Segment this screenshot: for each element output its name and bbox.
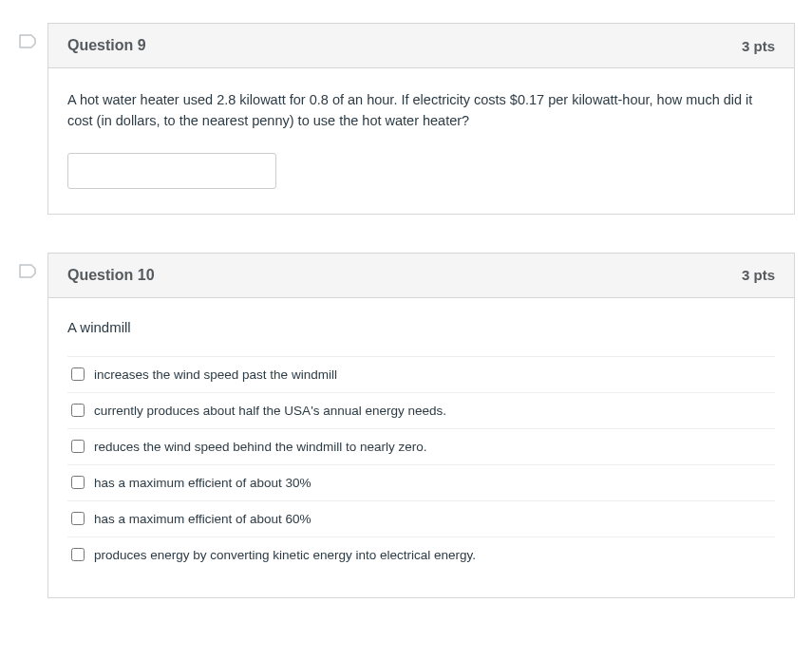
option-label: produces energy by converting kinetic en… <box>94 548 476 562</box>
option-label: currently produces about half the USA's … <box>94 404 446 418</box>
question-body: A hot water heater used 2.8 kilowatt for… <box>48 68 794 214</box>
option-row[interactable]: produces energy by converting kinetic en… <box>67 537 775 573</box>
question-block: Question 9 3 pts A hot water heater used… <box>17 23 795 215</box>
option-row[interactable]: increases the wind speed past the windmi… <box>67 357 775 393</box>
option-row[interactable]: currently produces about half the USA's … <box>67 393 775 429</box>
bookmark-icon[interactable] <box>17 253 47 285</box>
option-checkbox[interactable] <box>71 548 85 561</box>
question-text: A hot water heater used 2.8 kilowatt for… <box>67 89 775 132</box>
answer-input[interactable] <box>67 153 276 189</box>
option-checkbox[interactable] <box>71 512 85 525</box>
question-header: Question 9 3 pts <box>48 24 794 68</box>
bookmark-tag-icon <box>19 264 36 285</box>
option-row[interactable]: reduces the wind speed behind the windmi… <box>67 429 775 465</box>
question-body: A windmill increases the wind speed past… <box>48 298 794 597</box>
question-card: Question 10 3 pts A windmill increases t… <box>47 253 795 598</box>
option-label: has a maximum efficient of about 60% <box>94 512 312 526</box>
option-row[interactable]: has a maximum efficient of about 60% <box>67 501 775 537</box>
options-list: increases the wind speed past the windmi… <box>67 356 775 573</box>
question-prompt: A windmill <box>67 319 775 335</box>
option-checkbox[interactable] <box>71 404 85 417</box>
option-label: increases the wind speed past the windmi… <box>94 367 337 382</box>
question-points: 3 pts <box>742 38 775 54</box>
bookmark-icon[interactable] <box>17 23 47 55</box>
question-points: 3 pts <box>742 267 775 283</box>
option-row[interactable]: has a maximum efficient of about 30% <box>67 465 775 501</box>
question-card: Question 9 3 pts A hot water heater used… <box>47 23 795 215</box>
question-title: Question 9 <box>67 37 146 54</box>
option-checkbox[interactable] <box>71 440 85 453</box>
question-block: Question 10 3 pts A windmill increases t… <box>17 253 795 598</box>
option-label: has a maximum efficient of about 30% <box>94 476 312 490</box>
option-label: reduces the wind speed behind the windmi… <box>94 440 426 454</box>
option-checkbox[interactable] <box>71 367 85 381</box>
question-title: Question 10 <box>67 267 155 284</box>
bookmark-tag-icon <box>19 34 36 55</box>
option-checkbox[interactable] <box>71 476 85 489</box>
question-header: Question 10 3 pts <box>48 254 794 298</box>
